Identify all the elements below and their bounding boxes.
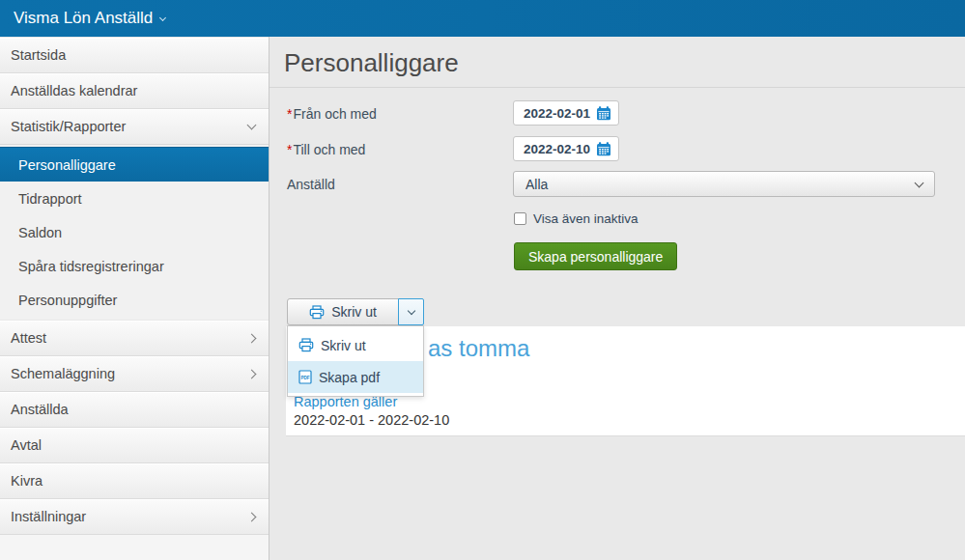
employee-label: Anställd	[287, 175, 335, 194]
sidebar-item-label: Schemaläggning	[11, 366, 115, 381]
sidebar-item-label: Statistik/Rapporter	[11, 119, 126, 134]
chevron-right-icon	[247, 512, 257, 521]
chevron-down-icon	[247, 121, 257, 130]
calendar-icon[interactable]	[595, 105, 612, 121]
main-content: Personalliggare *Från och med 2022-02-01…	[270, 37, 965, 560]
create-report-button[interactable]: Skapa personalliggare	[514, 242, 677, 270]
sidebar-item-label: Startsida	[11, 47, 66, 63]
chevron-right-icon	[247, 369, 257, 378]
print-dropdown-menu: Skriv ut PDF Skapa pdf	[287, 325, 424, 397]
printer-icon	[298, 338, 314, 352]
sidebar-item-label: Avtal	[11, 437, 42, 453]
top-app-bar: Visma Lön Anställd	[0, 0, 965, 37]
sidebar-item-installningar[interactable]: Inställningar	[0, 498, 269, 534]
required-marker: *	[287, 142, 292, 157]
sidebar-item-anstallda[interactable]: Anställda	[0, 391, 269, 427]
sidebar-item-personalliggare[interactable]: Personalliggare	[0, 147, 269, 182]
sidebar-item-schemalaggning[interactable]: Schemaläggning	[0, 355, 269, 391]
sidebar-item-label: Tidrapport	[18, 191, 82, 207]
print-dropdown-toggle[interactable]	[398, 298, 424, 325]
svg-text:PDF: PDF	[300, 376, 309, 380]
print-button-label: Skriv ut	[331, 304, 377, 320]
sidebar-item-label: Saldon	[18, 225, 62, 240]
inactive-checkbox-label: Visa även inaktiva	[533, 211, 639, 226]
chevron-down-icon	[915, 178, 924, 187]
sidebar-item-label: Kivra	[11, 473, 43, 489]
calendar-icon[interactable]	[595, 141, 612, 156]
app-switcher-button[interactable]: Visma Lön Anställd	[14, 9, 165, 28]
sidebar-submenu-statistik: Personalliggare Tidrapport Saldon Spåra …	[0, 144, 269, 320]
sidebar-item-spara-tidsregistreringar[interactable]: Spåra tidsregistreringar	[0, 249, 269, 283]
sidebar-item-personuppgifter[interactable]: Personuppgifter	[0, 283, 269, 317]
menu-item-skriv-ut[interactable]: Skriv ut	[288, 329, 423, 361]
printer-icon	[309, 305, 325, 320]
inactive-checkbox[interactable]	[514, 212, 526, 225]
from-date-label: *Från och med	[287, 104, 377, 124]
sidebar-item-saldon[interactable]: Saldon	[0, 215, 269, 249]
sidebar-item-attest[interactable]: Attest	[0, 320, 269, 355]
employee-selected-value: Alla	[525, 177, 548, 192]
print-split-button: Skriv ut	[287, 298, 424, 325]
menu-item-label: Skapa pdf	[319, 370, 380, 385]
from-date-input[interactable]: 2022-02-01	[513, 100, 619, 126]
report-period-value: 2022-02-01 - 2022-02-10	[294, 412, 449, 428]
sidebar-item-label: Spåra tidsregistreringar	[18, 259, 164, 274]
inactive-checkbox-row: Visa även inaktiva	[514, 211, 639, 226]
sidebar-item-tidrapport[interactable]: Tidrapport	[0, 182, 269, 215]
sidebar-item-statistik-rapporter[interactable]: Statistik/Rapporter	[0, 108, 269, 144]
to-date-value: 2022-02-10	[524, 142, 590, 156]
header-divider	[270, 87, 965, 88]
sidebar-item-label: Personuppgifter	[18, 293, 117, 308]
report-heading: as tomma	[428, 335, 529, 362]
sidebar-item-kivra[interactable]: Kivra	[0, 462, 269, 498]
sidebar-item-label: Anställda	[11, 402, 69, 417]
sidebar-item-label: Attest	[11, 330, 46, 346]
sidebar-nav: Startsida Anställdas kalendrar Statistik…	[0, 37, 270, 560]
employee-select[interactable]: Alla	[513, 171, 935, 197]
chevron-right-icon	[247, 333, 257, 343]
chevron-down-icon	[159, 14, 166, 20]
sidebar-item-startsida[interactable]: Startsida	[0, 37, 269, 72]
menu-item-label: Skriv ut	[321, 338, 366, 353]
pdf-icon: PDF	[298, 370, 312, 384]
sidebar-item-label: Anställdas kalendrar	[11, 83, 137, 98]
to-date-input[interactable]: 2022-02-10	[513, 136, 619, 161]
to-date-label: *Till och med	[287, 140, 365, 159]
sidebar-item-anstalldas-kalendrar[interactable]: Anställdas kalendrar	[0, 72, 269, 108]
menu-item-skapa-pdf[interactable]: PDF Skapa pdf	[288, 361, 423, 393]
required-marker: *	[287, 106, 292, 122]
page-title: Personalliggare	[284, 48, 459, 78]
app-title: Visma Lön Anställd	[14, 9, 153, 28]
sidebar-bottom-group: Attest Schemaläggning Anställda Avtal Ki…	[0, 320, 269, 535]
from-date-value: 2022-02-01	[524, 106, 590, 121]
chevron-down-icon	[407, 306, 414, 314]
sidebar-item-label: Personalliggare	[18, 157, 116, 173]
sidebar-item-label: Inställningar	[11, 509, 86, 524]
sidebar-item-avtal[interactable]: Avtal	[0, 427, 269, 462]
print-button[interactable]: Skriv ut	[287, 298, 399, 325]
